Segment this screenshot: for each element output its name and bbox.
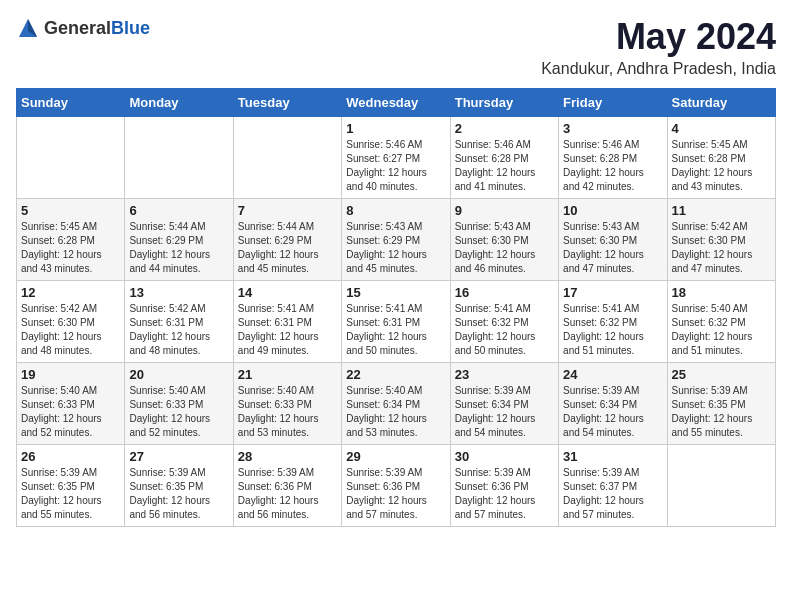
calendar-cell	[667, 445, 775, 527]
calendar-cell	[125, 117, 233, 199]
calendar-week-row: 26Sunrise: 5:39 AMSunset: 6:35 PMDayligh…	[17, 445, 776, 527]
day-info: Sunrise: 5:39 AMSunset: 6:35 PMDaylight:…	[672, 384, 771, 440]
day-info: Sunrise: 5:42 AMSunset: 6:31 PMDaylight:…	[129, 302, 228, 358]
calendar-cell	[17, 117, 125, 199]
day-info: Sunrise: 5:39 AMSunset: 6:37 PMDaylight:…	[563, 466, 662, 522]
calendar-cell: 13Sunrise: 5:42 AMSunset: 6:31 PMDayligh…	[125, 281, 233, 363]
day-number: 3	[563, 121, 662, 136]
day-number: 16	[455, 285, 554, 300]
day-info: Sunrise: 5:40 AMSunset: 6:33 PMDaylight:…	[238, 384, 337, 440]
day-number: 19	[21, 367, 120, 382]
day-info: Sunrise: 5:39 AMSunset: 6:36 PMDaylight:…	[238, 466, 337, 522]
day-number: 5	[21, 203, 120, 218]
day-number: 31	[563, 449, 662, 464]
day-info: Sunrise: 5:43 AMSunset: 6:30 PMDaylight:…	[455, 220, 554, 276]
calendar-cell: 11Sunrise: 5:42 AMSunset: 6:30 PMDayligh…	[667, 199, 775, 281]
day-info: Sunrise: 5:46 AMSunset: 6:28 PMDaylight:…	[455, 138, 554, 194]
calendar-cell: 17Sunrise: 5:41 AMSunset: 6:32 PMDayligh…	[559, 281, 667, 363]
day-number: 21	[238, 367, 337, 382]
day-info: Sunrise: 5:42 AMSunset: 6:30 PMDaylight:…	[672, 220, 771, 276]
calendar-cell: 14Sunrise: 5:41 AMSunset: 6:31 PMDayligh…	[233, 281, 341, 363]
day-number: 24	[563, 367, 662, 382]
day-number: 9	[455, 203, 554, 218]
calendar-cell: 19Sunrise: 5:40 AMSunset: 6:33 PMDayligh…	[17, 363, 125, 445]
day-of-week-header: Thursday	[450, 89, 558, 117]
header: GeneralBlue May 2024 Kandukur, Andhra Pr…	[16, 16, 776, 78]
day-info: Sunrise: 5:41 AMSunset: 6:31 PMDaylight:…	[346, 302, 445, 358]
calendar-cell: 2Sunrise: 5:46 AMSunset: 6:28 PMDaylight…	[450, 117, 558, 199]
calendar-cell: 9Sunrise: 5:43 AMSunset: 6:30 PMDaylight…	[450, 199, 558, 281]
calendar-week-row: 12Sunrise: 5:42 AMSunset: 6:30 PMDayligh…	[17, 281, 776, 363]
day-number: 7	[238, 203, 337, 218]
day-info: Sunrise: 5:44 AMSunset: 6:29 PMDaylight:…	[238, 220, 337, 276]
calendar-cell: 22Sunrise: 5:40 AMSunset: 6:34 PMDayligh…	[342, 363, 450, 445]
day-number: 23	[455, 367, 554, 382]
calendar-cell: 8Sunrise: 5:43 AMSunset: 6:29 PMDaylight…	[342, 199, 450, 281]
calendar-cell: 16Sunrise: 5:41 AMSunset: 6:32 PMDayligh…	[450, 281, 558, 363]
day-info: Sunrise: 5:39 AMSunset: 6:36 PMDaylight:…	[455, 466, 554, 522]
calendar-cell: 31Sunrise: 5:39 AMSunset: 6:37 PMDayligh…	[559, 445, 667, 527]
day-number: 28	[238, 449, 337, 464]
day-number: 14	[238, 285, 337, 300]
calendar-cell: 12Sunrise: 5:42 AMSunset: 6:30 PMDayligh…	[17, 281, 125, 363]
day-info: Sunrise: 5:41 AMSunset: 6:32 PMDaylight:…	[563, 302, 662, 358]
calendar-cell: 20Sunrise: 5:40 AMSunset: 6:33 PMDayligh…	[125, 363, 233, 445]
day-number: 29	[346, 449, 445, 464]
day-info: Sunrise: 5:45 AMSunset: 6:28 PMDaylight:…	[21, 220, 120, 276]
calendar-cell: 28Sunrise: 5:39 AMSunset: 6:36 PMDayligh…	[233, 445, 341, 527]
day-number: 4	[672, 121, 771, 136]
day-info: Sunrise: 5:45 AMSunset: 6:28 PMDaylight:…	[672, 138, 771, 194]
logo-text-general: General	[44, 18, 111, 38]
calendar-cell: 3Sunrise: 5:46 AMSunset: 6:28 PMDaylight…	[559, 117, 667, 199]
calendar-cell: 6Sunrise: 5:44 AMSunset: 6:29 PMDaylight…	[125, 199, 233, 281]
calendar-cell: 1Sunrise: 5:46 AMSunset: 6:27 PMDaylight…	[342, 117, 450, 199]
calendar-table: SundayMondayTuesdayWednesdayThursdayFrid…	[16, 88, 776, 527]
calendar-cell: 15Sunrise: 5:41 AMSunset: 6:31 PMDayligh…	[342, 281, 450, 363]
day-number: 22	[346, 367, 445, 382]
calendar-cell	[233, 117, 341, 199]
calendar-cell: 25Sunrise: 5:39 AMSunset: 6:35 PMDayligh…	[667, 363, 775, 445]
calendar-week-row: 5Sunrise: 5:45 AMSunset: 6:28 PMDaylight…	[17, 199, 776, 281]
calendar-cell: 23Sunrise: 5:39 AMSunset: 6:34 PMDayligh…	[450, 363, 558, 445]
day-info: Sunrise: 5:44 AMSunset: 6:29 PMDaylight:…	[129, 220, 228, 276]
day-of-week-header: Monday	[125, 89, 233, 117]
calendar-cell: 4Sunrise: 5:45 AMSunset: 6:28 PMDaylight…	[667, 117, 775, 199]
day-number: 25	[672, 367, 771, 382]
day-info: Sunrise: 5:43 AMSunset: 6:30 PMDaylight:…	[563, 220, 662, 276]
day-info: Sunrise: 5:46 AMSunset: 6:28 PMDaylight:…	[563, 138, 662, 194]
day-info: Sunrise: 5:39 AMSunset: 6:34 PMDaylight:…	[563, 384, 662, 440]
day-info: Sunrise: 5:39 AMSunset: 6:35 PMDaylight:…	[129, 466, 228, 522]
day-number: 11	[672, 203, 771, 218]
day-info: Sunrise: 5:40 AMSunset: 6:34 PMDaylight:…	[346, 384, 445, 440]
calendar-subtitle: Kandukur, Andhra Pradesh, India	[541, 60, 776, 78]
day-number: 12	[21, 285, 120, 300]
day-number: 30	[455, 449, 554, 464]
day-of-week-header: Sunday	[17, 89, 125, 117]
day-of-week-header: Friday	[559, 89, 667, 117]
day-number: 6	[129, 203, 228, 218]
day-info: Sunrise: 5:41 AMSunset: 6:31 PMDaylight:…	[238, 302, 337, 358]
calendar-cell: 18Sunrise: 5:40 AMSunset: 6:32 PMDayligh…	[667, 281, 775, 363]
calendar-cell: 21Sunrise: 5:40 AMSunset: 6:33 PMDayligh…	[233, 363, 341, 445]
days-of-week-row: SundayMondayTuesdayWednesdayThursdayFrid…	[17, 89, 776, 117]
day-info: Sunrise: 5:40 AMSunset: 6:33 PMDaylight:…	[21, 384, 120, 440]
day-of-week-header: Saturday	[667, 89, 775, 117]
day-info: Sunrise: 5:39 AMSunset: 6:36 PMDaylight:…	[346, 466, 445, 522]
logo-text-blue: Blue	[111, 18, 150, 38]
day-number: 10	[563, 203, 662, 218]
day-number: 2	[455, 121, 554, 136]
day-info: Sunrise: 5:39 AMSunset: 6:34 PMDaylight:…	[455, 384, 554, 440]
day-info: Sunrise: 5:43 AMSunset: 6:29 PMDaylight:…	[346, 220, 445, 276]
calendar-cell: 29Sunrise: 5:39 AMSunset: 6:36 PMDayligh…	[342, 445, 450, 527]
day-number: 15	[346, 285, 445, 300]
day-info: Sunrise: 5:40 AMSunset: 6:33 PMDaylight:…	[129, 384, 228, 440]
day-info: Sunrise: 5:41 AMSunset: 6:32 PMDaylight:…	[455, 302, 554, 358]
day-number: 26	[21, 449, 120, 464]
day-info: Sunrise: 5:39 AMSunset: 6:35 PMDaylight:…	[21, 466, 120, 522]
day-number: 18	[672, 285, 771, 300]
day-number: 1	[346, 121, 445, 136]
day-info: Sunrise: 5:42 AMSunset: 6:30 PMDaylight:…	[21, 302, 120, 358]
calendar-week-row: 1Sunrise: 5:46 AMSunset: 6:27 PMDaylight…	[17, 117, 776, 199]
day-info: Sunrise: 5:40 AMSunset: 6:32 PMDaylight:…	[672, 302, 771, 358]
logo: GeneralBlue	[16, 16, 150, 40]
